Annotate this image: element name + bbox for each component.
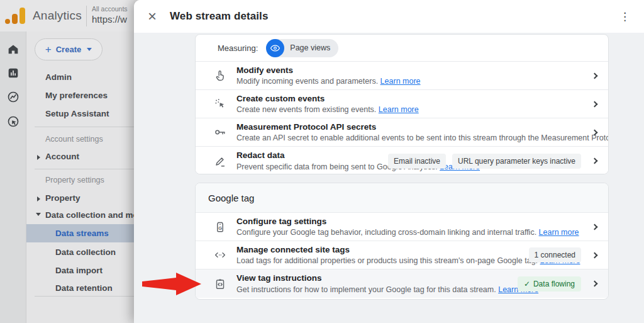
row-desc: Create an API secret to enable additiona… — [236, 133, 580, 142]
panel-title: Web stream details — [170, 10, 268, 23]
row-desc: Create new events from existing events. … — [236, 105, 419, 114]
close-icon[interactable]: × — [148, 9, 157, 24]
sidebar-item-setup-assistant[interactable]: Setup Assistant — [45, 109, 109, 118]
google-tag-section-header: Google tag — [196, 183, 608, 213]
check-icon: ✓ — [524, 280, 530, 288]
red-pointer-arrow — [141, 271, 204, 298]
left-nav-rail: ⚙ — [0, 31, 26, 323]
measuring-row: Measuring: Page views — [196, 35, 608, 62]
row-title: Redact data — [236, 150, 380, 161]
sparkle-cursor-icon — [213, 96, 228, 111]
data-flowing-badge: ✓Data flowing — [518, 276, 581, 292]
panel-content: Measuring: Page views Modify events Modi… — [134, 33, 644, 323]
account-scope-switcher[interactable]: All accounts https://w — [92, 5, 134, 25]
key-icon — [213, 125, 228, 140]
chevron-right-icon — [592, 72, 598, 79]
row-desc: Modify incoming events and parameters. L… — [236, 77, 421, 86]
row-desc: Prevent specific data from being sent to… — [236, 162, 380, 171]
row-title: Create custom events — [236, 94, 419, 105]
row-desc: Configure your Google tag behavior, incl… — [236, 228, 579, 237]
code-tags-icon — [213, 247, 228, 263]
measuring-label: Measuring: — [218, 43, 258, 53]
chevron-right-icon — [592, 129, 598, 135]
row-title: Modify events — [236, 65, 421, 76]
sidebar-item-my-preferences[interactable]: My preferences — [45, 91, 108, 100]
learn-more-link[interactable]: Learn more — [380, 77, 421, 86]
panel-header: × Web stream details ⋮ — [134, 0, 644, 33]
page-views-chip[interactable]: Page views — [266, 39, 338, 57]
expand-arrow-icon[interactable] — [37, 155, 40, 160]
row-title: View tag instructions — [236, 273, 510, 284]
sidebar-item-data-collection[interactable]: Data collection — [55, 247, 116, 257]
eye-icon — [266, 39, 284, 57]
top-app-bar: Analytics All accounts https://w — [0, 0, 134, 31]
sidebar-item-admin[interactable]: Admin — [45, 72, 72, 82]
learn-more-link[interactable]: Learn more — [539, 228, 579, 237]
redact-pen-icon — [213, 154, 228, 169]
sidebar-item-data-import[interactable]: Data import — [55, 266, 103, 275]
chevron-right-icon — [592, 224, 598, 230]
caret-down-icon — [87, 48, 92, 51]
sidebar-item-account[interactable]: Account — [45, 152, 79, 161]
web-stream-details-panel: × Web stream details ⋮ Measuring: Page v… — [134, 0, 644, 323]
brand-title: Analytics — [33, 9, 82, 23]
row-title: Configure tag settings — [236, 217, 579, 227]
url-keys-inactive-badge: URL query parameter keys inactive — [452, 154, 581, 169]
touch-icon — [213, 68, 228, 83]
dimmed-app-background: Analytics All accounts https://w ⚙ + Cre… — [0, 0, 134, 323]
scope-label: All accounts — [92, 5, 134, 13]
events-card: Measuring: Page views Modify events Modi… — [195, 34, 609, 174]
clipboard-code-icon — [213, 276, 228, 292]
list-item-manage-connected-tags[interactable]: Manage connected site tags Load tags for… — [196, 241, 608, 269]
property-settings-header: Property settings — [45, 176, 104, 184]
row-title: Manage connected site tags — [236, 245, 521, 256]
email-inactive-badge: Email inactive — [388, 154, 446, 169]
topbar-divider — [86, 6, 87, 26]
list-item-modify-events[interactable]: Modify events Modify incoming events and… — [196, 62, 608, 90]
create-button[interactable]: + Create — [35, 38, 103, 60]
sidebar-item-data-collection-mod[interactable]: Data collection and modi — [45, 210, 134, 220]
svg-text:G: G — [218, 225, 222, 231]
analytics-logo-icon[interactable] — [8, 8, 28, 24]
divider — [35, 296, 134, 297]
connected-count-badge: 1 connected — [529, 247, 581, 263]
row-desc: Get instructions for how to implement yo… — [236, 285, 510, 294]
account-settings-header: Account settings — [45, 135, 103, 144]
learn-more-link[interactable]: Learn more — [379, 105, 419, 114]
divider — [35, 169, 134, 169]
list-item-configure-tag-settings[interactable]: G Configure tag settings Configure your … — [196, 213, 608, 241]
reports-icon[interactable] — [6, 66, 20, 80]
list-item-create-custom-events[interactable]: Create custom events Create new events f… — [196, 90, 608, 118]
divider — [35, 127, 134, 127]
sidebar-item-property[interactable]: Property — [45, 193, 80, 203]
home-icon[interactable] — [6, 42, 20, 56]
kebab-menu-icon[interactable]: ⋮ — [619, 10, 630, 23]
admin-sidebar: + Create Admin My preferences Setup Assi… — [26, 31, 134, 323]
row-desc: Load tags for additional properties or p… — [236, 256, 521, 265]
expand-arrow-icon[interactable] — [37, 196, 40, 201]
chevron-right-icon — [592, 281, 598, 287]
scope-value: https://w — [92, 14, 134, 25]
list-item-view-tag-instructions[interactable]: View tag instructions Get instructions f… — [196, 269, 608, 298]
chevron-right-icon — [592, 252, 598, 258]
plus-icon: + — [45, 44, 52, 55]
chevron-right-icon — [592, 158, 598, 164]
list-item-redact-data[interactable]: Redact data Prevent specific data from b… — [196, 147, 608, 174]
google-tag-icon: G — [213, 219, 228, 234]
chevron-right-icon — [592, 101, 598, 107]
advertising-icon[interactable] — [6, 115, 20, 128]
row-title: Measurement Protocol API secrets — [236, 122, 580, 133]
explore-icon[interactable] — [6, 90, 20, 104]
list-item-measurement-protocol[interactable]: Measurement Protocol API secrets Create … — [196, 118, 608, 147]
sidebar-item-data-retention[interactable]: Data retention — [55, 283, 113, 293]
collapse-arrow-icon[interactable] — [36, 213, 41, 216]
sidebar-item-data-streams[interactable]: Data streams — [26, 224, 134, 242]
google-tag-card: Google tag G Configure tag settings Conf… — [195, 183, 609, 300]
